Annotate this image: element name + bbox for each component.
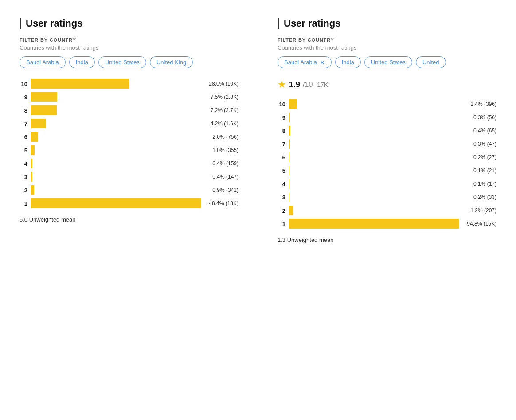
bar-value-text: 4.2% (1.6K) — [211, 121, 238, 127]
bar-rating-label: 6 — [278, 154, 285, 161]
bar-value-text: 0.4% (147) — [212, 174, 238, 180]
bar-rating-label: 7 — [20, 121, 27, 127]
left-unweighted-mean: 5.0 Unweighted mean — [20, 216, 238, 223]
bar-value-text: 1.2% (207) — [470, 207, 496, 214]
bar-fill — [31, 132, 38, 142]
bar-rating-label: 2 — [278, 207, 285, 214]
bar-rating-label: 4 — [20, 160, 27, 167]
bar-rating-label: 1 — [278, 221, 285, 227]
bar-row: 20.9% (341) — [20, 185, 238, 195]
bar-row: 194.8% (16K) — [278, 219, 496, 229]
bar-rating-label: 5 — [278, 167, 285, 174]
bar-track — [289, 179, 467, 189]
bar-rating-label: 9 — [278, 114, 285, 121]
bar-value-text: 0.1% (17) — [473, 181, 496, 187]
bar-track — [31, 159, 206, 168]
bar-track — [31, 105, 204, 115]
bar-row: 60.2% (27) — [278, 152, 496, 162]
bar-value-text: 7.2% (2.7K) — [211, 107, 238, 113]
bar-fill — [289, 152, 289, 162]
bar-fill — [31, 119, 46, 128]
bar-row: 30.4% (147) — [20, 172, 238, 182]
bar-rating-label: 10 — [278, 101, 285, 108]
bar-track — [31, 198, 203, 208]
tag-united-right[interactable]: United — [416, 56, 446, 68]
left-panel: User ratings FILTER BY COUNTRY Countries… — [9, 9, 249, 252]
bar-track — [289, 166, 467, 175]
bar-track — [31, 119, 204, 128]
star-icon: ★ — [278, 79, 286, 90]
right-panel: User ratings FILTER BY COUNTRY Countries… — [267, 9, 507, 252]
bar-value-text: 94.8% (16K) — [467, 221, 496, 227]
left-filter-subtitle: Countries with the most ratings — [20, 44, 238, 51]
bar-track — [289, 219, 461, 229]
bar-track — [289, 152, 467, 162]
tag-united-states-right[interactable]: United States — [364, 56, 412, 68]
bar-value-text: 0.4% (159) — [212, 160, 238, 167]
bar-track — [289, 126, 467, 136]
bar-row: 40.1% (17) — [278, 179, 496, 189]
bar-rating-label: 8 — [20, 107, 27, 114]
bar-row: 90.3% (56) — [278, 113, 496, 122]
rating-value: 1.9 — [289, 80, 300, 89]
bar-track — [289, 99, 464, 109]
bar-fill — [31, 145, 35, 155]
bar-track — [31, 185, 206, 195]
bar-value-text: 0.4% (65) — [473, 128, 496, 134]
close-icon[interactable]: ✕ — [320, 59, 325, 66]
bar-fill — [289, 113, 290, 122]
bar-track — [31, 132, 206, 142]
bar-rating-label: 1 — [20, 200, 27, 207]
bar-row: 97.5% (2.8K) — [20, 92, 238, 102]
bar-fill — [289, 166, 289, 175]
tag-saudi-arabia-right[interactable]: Saudi Arabia ✕ — [278, 56, 332, 68]
star-rating-section: ★ 1.9 /10 17K — [278, 79, 496, 90]
bar-row: 70.3% (47) — [278, 139, 496, 149]
bar-fill — [289, 99, 297, 109]
bar-value-text: 1.0% (355) — [212, 147, 238, 153]
right-unweighted-mean: 1.3 Unweighted mean — [278, 237, 496, 243]
bar-fill — [31, 159, 32, 168]
left-filter-tags: Saudi Arabia India United States United … — [20, 56, 238, 68]
bar-fill — [289, 179, 289, 189]
bar-fill — [31, 92, 57, 102]
rating-total: 17K — [317, 81, 328, 88]
tag-india-left[interactable]: India — [69, 56, 95, 68]
right-filter-label: FILTER BY COUNTRY — [278, 37, 496, 43]
bar-rating-label: 4 — [278, 181, 285, 187]
bar-value-text: 0.3% (47) — [473, 141, 496, 147]
bar-fill — [289, 206, 293, 215]
bar-fill — [31, 105, 57, 115]
bar-rating-label: 10 — [20, 81, 27, 87]
bar-rating-label: 2 — [20, 187, 27, 194]
bar-value-text: 2.0% (756) — [212, 134, 238, 140]
bar-track — [31, 79, 203, 89]
bar-track — [31, 145, 206, 155]
bar-track — [31, 92, 204, 102]
bar-track — [289, 206, 464, 215]
bar-fill — [289, 139, 290, 149]
bar-rating-label: 8 — [278, 128, 285, 134]
tag-india-right[interactable]: India — [335, 56, 361, 68]
bar-row: 30.2% (33) — [278, 192, 496, 202]
bar-row: 102.4% (396) — [278, 99, 496, 109]
bar-fill — [31, 172, 32, 182]
bar-fill — [31, 79, 129, 89]
bar-row: 148.4% (18K) — [20, 198, 238, 208]
right-bar-chart: 102.4% (396)90.3% (56)80.4% (65)70.3% (4… — [278, 99, 496, 232]
right-filter-tags: Saudi Arabia ✕ India United States Unite… — [278, 56, 496, 68]
bar-row: 40.4% (159) — [20, 159, 238, 168]
bar-row: 21.2% (207) — [278, 206, 496, 215]
bar-rating-label: 9 — [20, 94, 27, 101]
bar-track — [289, 192, 467, 202]
tag-united-states-left[interactable]: United States — [98, 56, 146, 68]
bar-row: 74.2% (1.6K) — [20, 119, 238, 128]
bar-value-text: 0.1% (21) — [473, 167, 496, 174]
bar-value-text: 2.4% (396) — [470, 101, 496, 107]
bar-fill — [289, 219, 459, 229]
tag-united-kingdom-left[interactable]: United King — [150, 56, 193, 68]
tag-saudi-arabia-left[interactable]: Saudi Arabia — [20, 56, 66, 68]
bar-fill — [31, 198, 201, 208]
right-filter-subtitle: Countries with the most ratings — [278, 44, 496, 51]
bar-value-text: 0.3% (56) — [473, 114, 496, 121]
